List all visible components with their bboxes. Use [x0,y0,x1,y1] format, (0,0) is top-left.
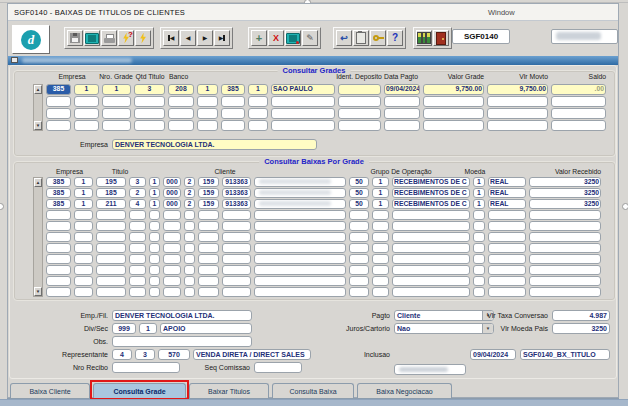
empty-cell[interactable] [254,243,346,253]
cell[interactable]: 9,750.00 [487,84,548,95]
empty-cell[interactable] [349,232,369,242]
cell[interactable]: 50 [349,188,369,198]
cell[interactable]: 3 [134,84,165,95]
empty-cell[interactable] [102,108,131,119]
empty-cell[interactable] [168,108,194,119]
empty-cell[interactable] [74,287,93,297]
empty-cell[interactable] [271,120,335,131]
cell[interactable]: 1 [372,188,389,198]
empty-cell[interactable] [74,276,93,286]
empty-cell[interactable] [338,108,381,119]
empty-cell[interactable] [222,265,251,275]
empty-cell[interactable] [96,210,126,220]
empty-cell[interactable] [473,287,485,297]
undo-button[interactable]: ↩ [336,30,352,46]
inclusao-date-field[interactable]: 09/04/2024 [470,349,516,360]
empty-cell[interactable] [254,276,346,286]
print-button[interactable] [101,30,117,46]
tab-baixar-titulos[interactable]: Baixar Titulos [189,383,269,398]
cell[interactable]: 1 [473,177,485,187]
empty-cell[interactable] [163,243,181,253]
empty-cell[interactable] [349,287,369,297]
keys-button[interactable] [370,30,386,46]
empty-cell[interactable] [184,232,195,242]
scroll-down-icon[interactable]: ▼ [34,121,42,130]
scroll-up-icon[interactable]: ▲ [34,85,42,94]
empty-cell[interactable] [198,265,219,275]
emp-fil-field[interactable]: DENVER TECNOLOGIA LTDA. [112,310,252,321]
cell-cliente-redacted[interactable] [254,199,346,209]
empty-cell[interactable] [473,232,485,242]
empty-cell[interactable] [129,276,146,286]
empty-cell[interactable] [184,254,195,264]
cell[interactable]: 1 [149,177,160,187]
flash-button[interactable] [135,30,151,46]
cell[interactable]: 185 [96,188,126,198]
empty-cell[interactable] [254,232,346,242]
cell[interactable]: 1 [74,199,93,209]
cell-cliente-redacted[interactable] [254,188,346,198]
add-button[interactable]: + [251,30,267,46]
empty-cell[interactable] [149,210,160,220]
cell[interactable]: 3250 [529,199,601,209]
empty-cell[interactable] [473,254,485,264]
clipboard-button[interactable] [353,30,369,46]
screen-button[interactable] [84,30,100,46]
empty-cell[interactable] [74,120,99,131]
empty-cell[interactable] [221,120,245,131]
menu-window[interactable]: Window [488,4,515,21]
empty-cell[interactable] [254,287,346,297]
empty-cell[interactable] [488,265,526,275]
nav-next-button[interactable]: ▶ [197,30,213,46]
cell[interactable]: SAO PAULO [271,84,335,95]
empty-cell[interactable] [46,243,71,253]
cell[interactable]: 385 [46,188,71,198]
nav-last-button[interactable]: ▶ [214,30,230,46]
empty-cell[interactable] [197,96,218,107]
cell[interactable]: 1 [74,188,93,198]
vlr-moeda-pais-field[interactable]: 3250 [552,323,610,334]
empty-cell[interactable] [198,243,219,253]
cell[interactable]: 000 [163,177,181,187]
empty-cell[interactable] [551,120,606,131]
empty-cell[interactable] [372,276,389,286]
div-sec-desc-field[interactable]: APOIO [160,323,252,334]
empty-cell[interactable] [473,265,485,275]
selection-handle-right[interactable] [622,203,628,210]
cell[interactable]: 000 [163,188,181,198]
empty-cell[interactable] [248,96,268,107]
empty-cell[interactable] [46,254,71,264]
empty-cell[interactable] [392,254,470,264]
cell[interactable]: 50 [349,177,369,187]
empty-cell[interactable] [384,108,420,119]
empty-cell[interactable] [129,254,146,264]
empty-cell[interactable] [529,265,601,275]
empty-cell[interactable] [221,96,245,107]
empty-cell[interactable] [184,243,195,253]
logo-button[interactable]: d [12,25,50,54]
empty-cell[interactable] [134,120,165,131]
empty-cell[interactable] [74,243,93,253]
cell[interactable]: 385 [221,84,245,95]
empty-cell[interactable] [96,265,126,275]
help-flash-button[interactable]: ? [118,30,134,46]
empty-cell[interactable] [248,120,268,131]
cell[interactable]: 159 [198,188,219,198]
empty-cell[interactable] [423,108,484,119]
summary-button[interactable] [416,30,432,46]
grades-empresa-field[interactable]: DENVER TECNOLOGIA LTDA. [112,139,317,150]
empty-cell[interactable] [198,210,219,220]
cell[interactable]: 195 [96,177,126,187]
empty-cell[interactable] [96,221,126,231]
cell[interactable]: 1 [102,84,131,95]
edit-button[interactable]: ✎ [302,30,318,46]
empty-cell[interactable] [74,108,99,119]
representante-field-2[interactable]: 3 [135,349,155,360]
cell[interactable]: 2 [184,177,195,187]
cell[interactable]: 1 [74,177,93,187]
empty-cell[interactable] [392,276,470,286]
empty-cell[interactable] [384,120,420,131]
empty-cell[interactable] [198,287,219,297]
cell[interactable]: 2 [184,188,195,198]
empty-cell[interactable] [74,254,93,264]
